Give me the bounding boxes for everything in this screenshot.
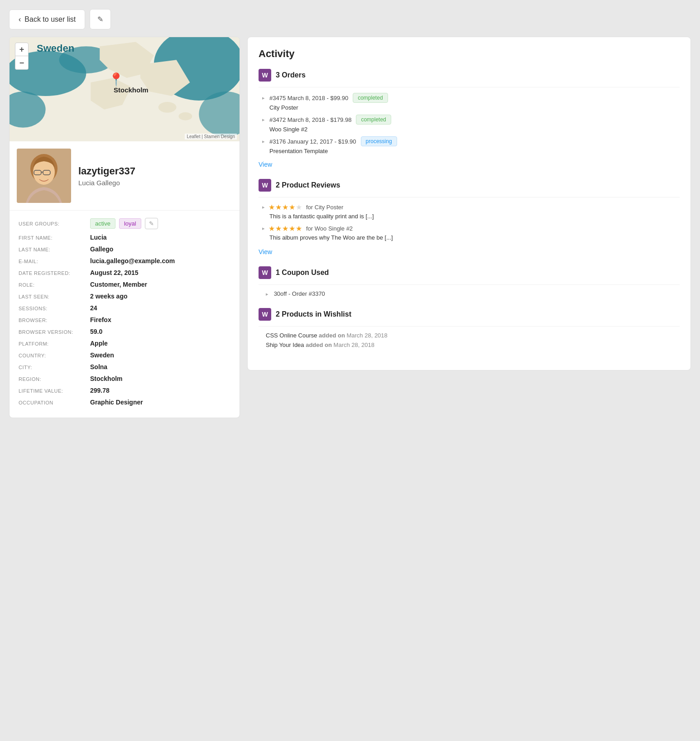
review-item-2: ▸ ★★★★★ for Woo Single #2 This album pro… [259,224,680,241]
woo-orders-icon: W [259,69,271,82]
map-zoom-out-button[interactable]: − [15,56,29,70]
email-value: lucia.gallego@example.com [90,257,175,265]
browser-version-value: 59.0 [90,328,102,335]
first-name-label: FIRST NAME: [19,235,86,241]
browser-row: BROWSER: Firefox [19,316,230,323]
lifetime-value-row: LIFETIME VALUE: 299.78 [19,387,230,394]
email-row: E-MAIL: lucia.gallego@example.com [19,257,230,265]
order-info-3: #3176 January 12, 2017 - $19.90 [269,138,356,145]
wishlist-item-2: Ship Your Idea added on March 28, 2018 [259,342,680,348]
coupons-section-title: 1 Coupon Used [276,269,329,277]
date-registered-value: August 22, 2015 [90,269,139,276]
review-line-1: ▸ ★★★★★ for City Poster [262,203,680,212]
occupation-value: Graphic Designer [90,399,143,406]
map-city-label: Stockholm [114,86,149,94]
order-item-2: ▸ #3472 March 8, 2018 - $179.98 complete… [259,115,680,133]
orders-section-title: 3 Orders [276,71,306,79]
role-value: Customer, Member [90,281,147,288]
review-for-1: for City Poster [306,204,343,211]
order-info-2: #3472 March 8, 2018 - $179.98 [269,116,351,123]
order-item-3: ▸ #3176 January 12, 2017 - $19.90 proces… [259,136,680,154]
wishlist-added-label-2: added on [306,342,333,348]
coupon-item-1: ▸ 30off - Order #3370 [259,290,680,297]
region-label: REGION: [19,376,86,382]
review-item-1: ▸ ★★★★★ for City Poster This is a fantas… [259,203,680,220]
country-value: Sweden [90,351,114,359]
order-info-1: #3475 March 8, 2018 - $99.90 [269,95,348,101]
tags-edit-button[interactable]: ✎ [145,218,158,229]
coupons-section: W 1 Coupon Used ▸ 30off - Order #3370 [259,266,680,297]
order-product-2: Woo Single #2 [262,126,680,133]
sessions-label: SESSIONS: [19,306,86,311]
email-label: E-MAIL: [19,259,86,264]
date-registered-row: DATE REGISTERED: August 22, 2015 [19,269,230,276]
last-seen-value: 2 weeks ago [90,293,128,300]
browser-version-label: BROWSER VERSION: [19,329,86,335]
city-row: CITY: Solna [19,363,230,370]
city-label: CITY: [19,365,86,370]
platform-row: PLATFORM: Apple [19,340,230,347]
order-status-badge-2: completed [356,115,391,125]
order-arrow-icon-2: ▸ [262,117,265,123]
order-line-1: ▸ #3475 March 8, 2018 - $99.90 completed [262,93,680,103]
order-product-3: Presentation Template [262,148,680,154]
activity-title: Activity [259,48,680,60]
edit-button[interactable]: ✎ [90,9,111,29]
country-row: COUNTRY: Sweden [19,351,230,359]
sessions-value: 24 [90,304,97,312]
back-to-user-list-button[interactable]: ‹ Back to user list [9,10,85,29]
back-label: Back to user list [24,15,76,24]
order-status-badge-3: processing [361,136,397,146]
review-line-2: ▸ ★★★★★ for Woo Single #2 [262,224,680,233]
browser-value: Firefox [90,316,111,323]
last-seen-row: LAST SEEN: 2 weeks ago [19,293,230,300]
occupation-row: OCCUPATION Graphic Designer [19,399,230,406]
review-arrow-1: ▸ [262,204,265,210]
coupons-section-header: W 1 Coupon Used [259,266,680,285]
sessions-row: SESSIONS: 24 [19,304,230,312]
review-for-2: for Woo Single #2 [306,225,353,232]
order-product-1: City Poster [262,104,680,111]
city-value: Solna [90,363,107,370]
review-text-2: This album proves why The Woo are the be… [262,234,680,241]
reviews-section: W 2 Product Reviews ▸ ★★★★★ for City Pos… [259,179,680,255]
last-name-label: LAST NAME: [19,247,86,252]
map-controls: + − [15,43,29,70]
lifetime-value-value: 299.78 [90,387,110,394]
user-groups-label: USER GROUPS: [19,221,86,226]
user-header: lazytiger337 Lucia Gallego [10,141,240,211]
user-profile-panel: + − Sweden 📍 Stockholm Leaflet | Stamen … [9,37,240,418]
tag-active: active [90,218,115,229]
svg-point-10 [179,112,192,120]
order-status-badge-1: completed [353,93,388,103]
order-item-1: ▸ #3475 March 8, 2018 - $99.90 completed… [259,93,680,111]
role-label: ROLE: [19,282,86,288]
browser-version-row: BROWSER VERSION: 59.0 [19,328,230,335]
reviews-section-title: 2 Product Reviews [276,181,340,189]
reviews-view-link[interactable]: View [259,248,272,255]
order-arrow-icon-3: ▸ [262,139,265,144]
date-registered-label: DATE REGISTERED: [19,270,86,276]
svg-point-9 [158,102,177,113]
first-name-value: Lucia [90,234,107,241]
last-name-value: Gallego [90,245,113,253]
activity-panel: Activity W 3 Orders ▸ #3475 March 8, 201… [247,37,691,370]
occupation-label: OCCUPATION [19,400,86,405]
orders-view-link[interactable]: View [259,161,272,168]
top-bar: ‹ Back to user list ✎ [9,9,691,29]
first-name-row: FIRST NAME: Lucia [19,234,230,241]
pencil-icon: ✎ [97,15,103,23]
order-line-2: ▸ #3472 March 8, 2018 - $179.98 complete… [262,115,680,125]
region-value: Stockholm [90,375,123,382]
review-text-1: This is a fantastic quality print and is… [262,213,680,220]
username: lazytiger337 [78,165,135,177]
lifetime-value-label: LIFETIME VALUE: [19,388,86,394]
map-zoom-in-button[interactable]: + [15,43,29,56]
wishlist-section-title: 2 Products in Wishlist [276,310,351,318]
main-layout: + − Sweden 📍 Stockholm Leaflet | Stamen … [9,37,691,418]
wishlist-added-label-1: added on [319,332,346,339]
orders-section: W 3 Orders ▸ #3475 March 8, 2018 - $99.9… [259,69,680,168]
wishlist-date-2: March 28, 2018 [334,342,374,348]
review-stars-2: ★★★★★ [268,224,302,233]
avatar [17,149,71,203]
